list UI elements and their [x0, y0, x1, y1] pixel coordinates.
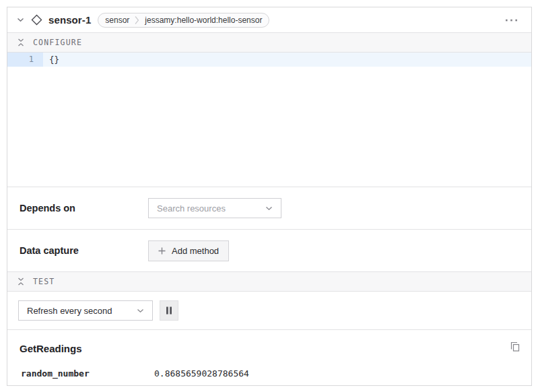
depends-on-row: Depends on Search resources — [7, 187, 531, 229]
resource-card: sensor-1 sensor jessamy:hello-world:hell… — [7, 7, 532, 386]
editor-line-number: 1 — [7, 53, 43, 67]
get-readings-title: GetReadings — [20, 340, 82, 354]
plus-icon — [158, 247, 166, 255]
refresh-rate-select[interactable]: Refresh every second — [18, 300, 153, 321]
chevron-down-icon — [265, 206, 273, 211]
depends-on-select[interactable]: Search resources — [148, 198, 281, 218]
pause-refresh-button[interactable] — [160, 300, 178, 321]
resource-type-label: sensor — [105, 15, 129, 25]
configure-collapse-icon[interactable] — [18, 38, 24, 46]
data-capture-label: Data capture — [20, 245, 148, 256]
collapse-card-chevron-icon[interactable] — [17, 18, 24, 22]
depends-on-label: Depends on — [20, 203, 148, 214]
configure-section-label: CONFIGURE — [33, 38, 82, 47]
chevron-down-icon — [137, 308, 144, 313]
sensor-type-diamond-icon — [31, 14, 42, 26]
resource-type-model-chip: sensor jessamy:hello-world:hello-sensor — [98, 13, 269, 28]
resource-model-label: jessamy:hello-world:hello-sensor — [145, 15, 262, 25]
configure-json-editor[interactable]: 1 {} — [7, 53, 531, 187]
configure-section-header: CONFIGURE — [7, 32, 531, 53]
editor-code-content[interactable]: {} — [43, 53, 59, 67]
reading-row: random_number 0.8685659028786564 — [20, 368, 522, 379]
chevron-right-icon — [135, 15, 139, 25]
reading-key: random_number — [20, 368, 154, 379]
resource-title: sensor-1 — [48, 14, 91, 26]
test-controls-row: Refresh every second — [7, 292, 531, 329]
pause-icon — [166, 306, 172, 315]
add-method-button[interactable]: Add method — [148, 240, 229, 261]
reading-value: 0.8685659028786564 — [154, 368, 249, 379]
editor-active-line[interactable]: 1 {} — [7, 53, 531, 67]
refresh-rate-value: Refresh every second — [27, 306, 112, 316]
test-section-header: TEST — [7, 271, 531, 292]
more-options-icon[interactable] — [503, 16, 520, 24]
resource-card-header: sensor-1 sensor jessamy:hello-world:hell… — [7, 7, 531, 32]
test-section-label: TEST — [33, 277, 55, 286]
test-collapse-icon[interactable] — [18, 277, 24, 286]
get-readings-panel: GetReadings random_number 0.868565902878… — [7, 329, 531, 385]
add-method-label: Add method — [172, 246, 219, 256]
copy-icon[interactable] — [508, 340, 522, 354]
depends-on-placeholder: Search resources — [157, 203, 226, 214]
data-capture-row: Data capture Add method — [7, 229, 531, 271]
